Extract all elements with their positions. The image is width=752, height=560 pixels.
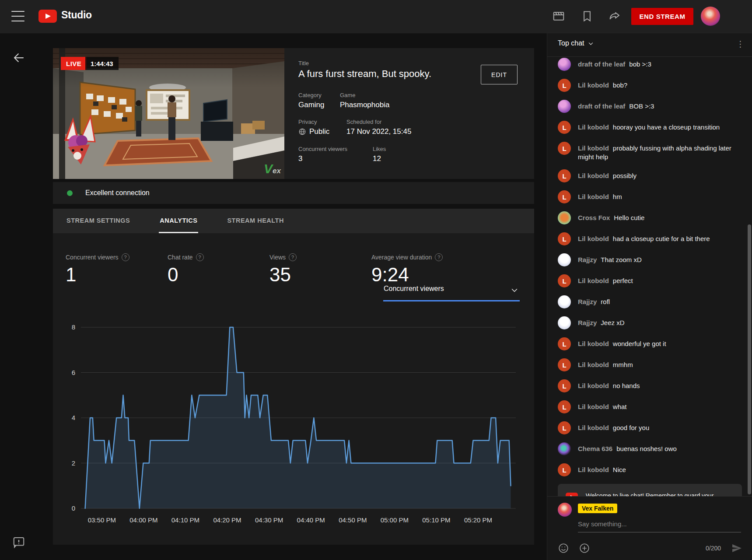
chat-message: LLil koboldwhat [547,396,752,417]
youtube-logo-icon[interactable] [38,10,57,23]
avatar: L [558,379,571,392]
edit-button[interactable]: EDIT [481,65,518,84]
chat-message: LLil koboldprobably fussing with alpha s… [547,138,752,165]
svg-text:04:10 PM: 04:10 PM [171,516,199,524]
share-icon[interactable] [608,10,621,23]
scheduled-value: 17 Nov 2022, 15:45 [346,127,411,136]
feedback-icon[interactable] [12,536,25,549]
chat-scrollbar[interactable] [748,224,751,494]
chat-message-body: Lil koboldperfect [578,274,633,285]
privacy-value: Public [298,127,346,136]
chat-message-text: good for you [613,424,649,431]
chat-message: LLil koboldperfect [547,270,752,291]
chat-message-body: Lil koboldwonderful ye got it [578,337,666,348]
chat-message-body: RajjzyThat zoom xD [578,253,642,264]
chat-message-body: Lil koboldbob? [578,79,627,90]
chat-username: Lil kobold [578,466,609,473]
tab-analytics[interactable]: ANALYTICS [159,209,198,233]
chat-username: Lil kobold [578,424,609,431]
chat-message-body: Rajjzyrofl [578,295,610,306]
stream-watermark: Vex [264,161,281,176]
svg-text:8: 8 [72,323,75,331]
chat-message-text: Hello cutie [614,214,644,221]
hamburger-menu-icon[interactable] [11,11,24,21]
chat-message: LLil koboldno hands [547,375,752,396]
chat-mode-dropdown[interactable]: Top chat [558,39,594,47]
help-icon[interactable]: ? [122,253,129,261]
live-elapsed-timer: 1:44:43 [85,57,119,70]
end-stream-button[interactable]: END STREAM [631,8,693,25]
stream-metadata: Title A furs furst stream, But spooky. E… [284,48,534,179]
svg-text:03:50 PM: 03:50 PM [88,516,116,524]
chat-input[interactable]: Say something... [578,520,741,532]
chat-message: LLil koboldmmhm [547,354,752,375]
chevron-down-icon [588,40,594,47]
chat-message-body: Lil koboldNice [578,463,626,474]
kebab-menu-icon[interactable]: ⋮ [736,39,745,49]
chat-message: LLil koboldwonderful ye got it [547,333,752,354]
account-avatar[interactable] [701,7,720,26]
svg-text:04:30 PM: 04:30 PM [255,516,283,524]
chat-message-body: Lil koboldprobably fussing with alpha sh… [578,142,740,161]
stream-preview-video[interactable]: LIVE 1:44:43 Vex [53,48,284,179]
help-icon[interactable]: ? [196,253,204,261]
svg-text:04:00 PM: 04:00 PM [129,516,157,524]
tab-stream-health[interactable]: STREAM HEALTH [226,209,284,233]
avatar [558,100,571,113]
avatar: L [558,169,571,182]
connection-status-bar: Excellent connection [53,182,534,204]
send-icon[interactable] [731,543,742,553]
help-icon[interactable]: ? [289,253,297,261]
chat-message-body: RajjzyJeez xD [578,316,625,327]
chat-message-body: Cross FoxHello cutie [578,211,644,222]
youtube-studio-live-dashboard: { "app": {"brand": "Studio", "end_stream… [0,0,752,560]
chat-username: Lil kobold [578,340,609,347]
emoji-icon[interactable] [558,542,569,554]
avatar: L [558,337,571,350]
avatar: L [558,142,571,155]
avatar: L [558,121,571,134]
chat-header: Top chat ⋮ [547,33,752,57]
avatar [558,442,571,455]
metric-views: Views? 35 [269,253,371,287]
chat-message-text: rofl [601,298,610,305]
svg-text:05:20 PM: 05:20 PM [464,516,492,524]
chat-message-body: Lil koboldmmhm [578,358,633,369]
chat-message-text: no hands [613,382,640,389]
chat-message: Rajjzyrofl [547,291,752,312]
globe-icon [298,128,306,136]
chat-username: draft of the leaf [578,102,625,110]
studio-brand-label: Studio [61,9,92,21]
chat-message-text: possibly [613,172,637,179]
bookmark-icon[interactable] [581,10,594,23]
chat-message: RajjzyThat zoom xD [547,249,752,270]
tab-bar: STREAM SETTINGS ANALYTICS STREAM HEALTH [53,209,534,233]
clapperboard-icon[interactable] [552,10,565,23]
svg-text:04:50 PM: 04:50 PM [339,516,367,524]
avatar [558,316,571,329]
likes-label: Likes [373,145,386,153]
chat-message-text: bob >:3 [629,60,651,68]
chat-message: LLil koboldhad a closeup cutie for a bit… [547,228,752,249]
help-icon[interactable]: ? [435,253,443,261]
metric-concurrent-viewers: Concurrent viewers? 1 [66,253,168,287]
chat-messages: draft of the leafbob >:3LLil koboldbob?d… [547,56,752,497]
privacy-label: Privacy [298,118,346,126]
composer-avatar [558,503,572,517]
chat-message-text: what [613,403,627,410]
chat-username: draft of the leaf [578,60,625,68]
svg-text:04:40 PM: 04:40 PM [297,516,325,524]
tab-stream-settings[interactable]: STREAM SETTINGS [66,209,131,233]
chat-message: draft of the leafBOB >:3 [547,96,752,117]
back-arrow-icon[interactable] [12,51,25,64]
stream-info-card: LIVE 1:44:43 Vex Title A furs furst stre… [53,48,534,179]
chat-message-text: That zoom xD [601,256,641,263]
avatar [558,58,571,71]
chat-username: Lil kobold [578,403,609,410]
add-attachment-icon[interactable] [579,542,590,554]
chat-message-body: Lil koboldhm [578,190,622,201]
character-counter: 0/200 [706,545,721,552]
chat-message-body: draft of the leafBOB >:3 [578,100,654,111]
chat-welcome-card: Welcome to live chat! Remember to guard … [558,484,742,497]
chart-metric-dropdown[interactable]: Concurrent viewers [383,282,520,301]
